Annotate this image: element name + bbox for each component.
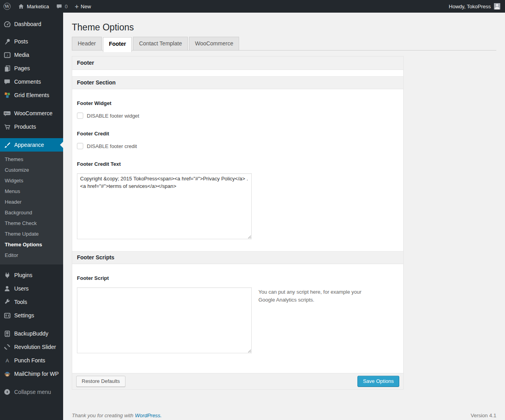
tab-label: Header [78,40,96,47]
sidebar-item-posts[interactable]: Posts [0,35,63,48]
wordpress-link[interactable]: WordPress. [135,412,162,418]
tab-woocommerce[interactable]: WooCommerce [189,37,239,51]
footer-script-help-text: You can put any script here, for example… [258,287,377,304]
footer-credit-checkbox[interactable] [77,143,83,149]
sidebar-separator [0,133,63,138]
restore-defaults-button[interactable]: Restore Defaults [76,376,125,387]
sidebar-item-products[interactable]: Products [0,120,63,133]
panel-title: Footer [72,56,403,70]
admin-bar: W Marketica 0 + New Howdy, TokoPress [0,0,505,13]
sidebar-item-label: Media [14,52,29,58]
sidebar-item-settings[interactable]: Settings [0,309,63,322]
sidebar-item-label: Dashboard [14,21,41,27]
submenu-label: Header [5,199,22,205]
sidebar-item-label: Tools [14,299,27,305]
pushpin-icon [3,38,11,45]
dashboard-icon [3,20,11,28]
comment-count: 0 [65,4,67,9]
submenu-item-theme-check[interactable]: Theme Check [0,218,63,229]
tab-header[interactable]: Header [72,37,102,51]
tab-label: Contact Template [139,40,182,47]
submenu-item-theme-options[interactable]: Theme Options [0,240,63,250]
panel-footer-bar: Restore Defaults Save Options [72,373,403,389]
sidebar-item-backupbuddy[interactable]: BackupBuddy [0,327,63,340]
page-title: Theme Options [72,22,496,33]
submenu-item-widgets[interactable]: Widgets [0,176,63,186]
submenu-item-theme-update[interactable]: Theme Update [0,229,63,240]
submenu-item-customize[interactable]: Customize [0,165,63,176]
sidebar-separator [0,381,63,385]
submenu-label: Editor [5,252,18,258]
sidebar-item-label: Punch Fonts [14,357,45,364]
site-name-menu[interactable]: Marketica [14,0,52,13]
collapse-menu-label: Collapse menu [14,389,51,395]
submenu-item-header[interactable]: Header [0,197,63,208]
submenu-label: Customize [5,167,29,173]
footer-credit-text-label: Footer Credit Text [77,161,398,167]
tab-label: WooCommerce [195,40,233,47]
footer-script-textarea[interactable] [77,287,252,353]
sidebar-item-label: Pages [14,65,30,71]
mailchimp-monkey-icon [3,370,11,378]
wordpress-logo-menu[interactable]: W [0,0,14,13]
submenu-item-themes[interactable]: Themes [0,154,63,165]
woocommerce-icon: Woo [3,109,11,117]
sidebar-item-pages[interactable]: Pages [0,62,63,75]
sidebar-item-grid-elements[interactable]: Grid Elements [0,88,63,102]
sidebar-item-tools[interactable]: Tools [0,295,63,309]
footer-widget-checkbox-label: DISABLE footer widget [87,113,139,119]
footer-script-row: You can put any script here, for example… [77,287,398,353]
comments-menu[interactable]: 0 [52,0,71,13]
sidebar-item-label: MailChimp for WP [14,371,59,377]
section-title-footer-section: Footer Section [72,76,403,89]
footer-widget-label: Footer Widget [77,100,398,106]
tab-label: Footer [109,41,126,47]
new-content-menu[interactable]: + New [71,0,95,13]
collapse-arrow-icon [3,388,11,396]
collapse-menu-button[interactable]: Collapse menu [0,385,63,399]
submenu-label: Background [5,210,32,216]
sidebar-item-punch-fonts[interactable]: A Punch Fonts [0,354,63,367]
tab-footer[interactable]: Footer [103,37,132,52]
sidebar-item-label: Grid Elements [14,92,49,98]
sidebar-item-users[interactable]: Users [0,282,63,295]
user-avatar [494,3,500,9]
cart-icon [3,123,11,131]
wordpress-logo-icon: W [4,3,11,10]
sidebar-item-comments[interactable]: Comments [0,75,63,88]
theme-options-tabs: Header Footer Contact Template WooCommer… [72,37,496,52]
sidebar-item-label: Comments [14,79,41,85]
thanks-label: Thank you for creating with [72,412,133,418]
comment-bubble-icon [3,78,11,86]
comment-bubble-icon [56,3,62,9]
settings-icon [3,311,11,319]
sidebar-item-appearance[interactable]: Appearance [0,138,63,152]
tab-contact-template[interactable]: Contact Template [133,37,188,51]
plus-icon: + [75,3,79,10]
account-menu[interactable]: Howdy, TokoPress [444,0,505,13]
sidebar-item-label: Users [14,285,29,292]
submenu-item-editor[interactable]: Editor [0,250,63,261]
sidebar-item-label: WooCommerce [14,110,52,116]
sidebar-item-mailchimp[interactable]: MailChimp for WP [0,367,63,381]
sidebar-item-woocommerce[interactable]: Woo WooCommerce [0,107,63,120]
home-icon [18,3,24,10]
sidebar-item-media[interactable]: ♪ Media [0,48,63,62]
footer-widget-checkbox[interactable] [77,112,83,119]
main-content: Theme Options Header Footer Contact Temp… [63,13,505,420]
sidebar-item-revolution-slider[interactable]: Revolution Slider [0,340,63,354]
save-options-button[interactable]: Save Options [357,376,399,387]
section-title-footer-scripts: Footer Scripts [72,251,403,264]
site-name-label: Marketica [27,4,49,9]
footer-credit-checkbox-label: DISABLE footer credit [87,143,137,149]
footer-credit-text-textarea[interactable]: Copyright &copy; 2015 TokoPress<span><a … [77,173,252,239]
svg-text:Woo: Woo [4,112,9,114]
sidebar-item-label: Posts [14,38,28,45]
sidebar-item-label: Revolution Slider [14,344,56,350]
grid-elements-icon [3,91,11,99]
submenu-item-background[interactable]: Background [0,208,63,218]
submenu-item-menus[interactable]: Menus [0,186,63,197]
sidebar-item-label: Products [14,124,36,130]
sidebar-item-plugins[interactable]: Plugins [0,268,63,282]
sidebar-item-dashboard[interactable]: Dashboard [0,17,63,31]
